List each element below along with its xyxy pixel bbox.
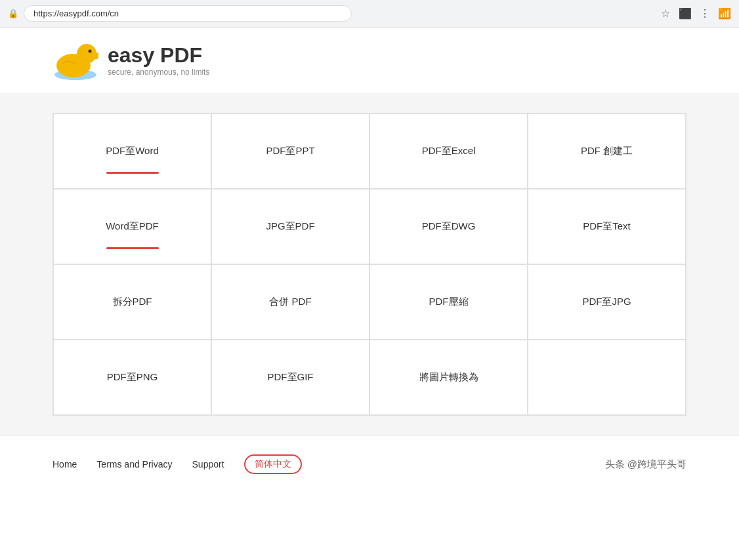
tool-label: 合併 PDF xyxy=(269,296,311,308)
watermark-text: 头条 @跨境平头哥 xyxy=(605,458,686,471)
tool-cell[interactable]: PDF至Excel xyxy=(370,113,528,189)
tool-label: PDF 創建工 xyxy=(581,145,633,157)
tool-label: PDF至PNG xyxy=(107,371,158,384)
tool-cell[interactable]: PDF至GIF xyxy=(211,340,370,415)
duck-logo-svg xyxy=(53,41,98,80)
tool-cell[interactable]: 將圖片轉換為 xyxy=(370,340,528,415)
tool-cell[interactable]: PDF至DWG xyxy=(370,189,528,264)
logo-image xyxy=(53,41,98,80)
logo-text-block: easy PDF secure, anonymous, no limits xyxy=(108,44,209,76)
tool-cell[interactable]: PDF至PNG xyxy=(53,340,211,415)
browser-icons: ☆ ⬛ ⋮ 📶 xyxy=(659,7,731,20)
browser-bar: 🔒 https://easypdf.com/cn ☆ ⬛ ⋮ 📶 xyxy=(0,0,739,28)
tool-cell[interactable]: PDF 創建工 xyxy=(528,113,686,189)
svg-point-4 xyxy=(89,50,92,53)
tool-cell[interactable]: PDF至Word xyxy=(53,113,211,189)
footer-link-support[interactable]: Support xyxy=(192,459,224,470)
star-icon[interactable]: ☆ xyxy=(659,7,672,20)
tool-label: PDF至Excel xyxy=(422,145,476,157)
tool-label: PDF至DWG xyxy=(422,220,476,233)
tool-cell[interactable]: 合併 PDF xyxy=(211,264,370,340)
main-content: PDF至WordPDF至PPTPDF至ExcelPDF 創建工Word至PDFJ… xyxy=(0,93,739,435)
footer-link-home[interactable]: Home xyxy=(53,459,77,470)
bar-chart-icon: 📶 xyxy=(718,7,731,20)
tool-label: PDF至Text xyxy=(583,220,631,233)
lock-icon: 🔒 xyxy=(8,9,18,18)
tool-label: JPG至PDF xyxy=(266,220,314,233)
tool-cell[interactable]: PDF至Text xyxy=(528,189,686,264)
tool-label: PDF壓縮 xyxy=(429,296,469,308)
tool-label: PDF至PPT xyxy=(266,145,314,157)
tool-label: PDF至Word xyxy=(106,145,159,157)
underline-decoration xyxy=(106,247,159,249)
tool-cell[interactable]: JPG至PDF xyxy=(211,189,370,264)
menu-icon[interactable]: ⋮ xyxy=(698,7,711,20)
footer: Home Terms and Privacy Support 简体中文 头条 @… xyxy=(0,435,739,492)
url-bar[interactable]: https://easypdf.com/cn xyxy=(24,5,352,22)
tool-cell[interactable]: PDF至PPT xyxy=(211,113,370,189)
tool-label: PDF至JPG xyxy=(582,296,631,308)
tool-grid: PDF至WordPDF至PPTPDF至ExcelPDF 創建工Word至PDFJ… xyxy=(53,113,686,416)
tool-label: Word至PDF xyxy=(106,220,159,233)
tool-label: 拆分PDF xyxy=(113,296,152,308)
tool-cell[interactable]: 拆分PDF xyxy=(53,264,211,340)
logo-subtitle: secure, anonymous, no limits xyxy=(108,68,209,77)
footer-watermark: 头条 @跨境平头哥 xyxy=(605,458,686,471)
page-wrapper: easy PDF secure, anonymous, no limits PD… xyxy=(0,28,739,560)
tool-label: 將圖片轉換為 xyxy=(419,371,478,384)
underline-decoration xyxy=(106,172,159,174)
tool-label: PDF至GIF xyxy=(268,371,314,384)
header: easy PDF secure, anonymous, no limits xyxy=(0,28,739,93)
tool-cell[interactable]: PDF壓縮 xyxy=(370,264,528,340)
logo-title: easy PDF xyxy=(108,44,209,67)
tool-cell[interactable]: Word至PDF xyxy=(53,189,211,264)
tool-cell xyxy=(528,340,686,415)
tool-cell[interactable]: PDF至JPG xyxy=(528,264,686,340)
language-selector-button[interactable]: 简体中文 xyxy=(244,454,302,474)
extension-icon[interactable]: ⬛ xyxy=(679,7,692,20)
footer-link-terms[interactable]: Terms and Privacy xyxy=(96,459,172,470)
